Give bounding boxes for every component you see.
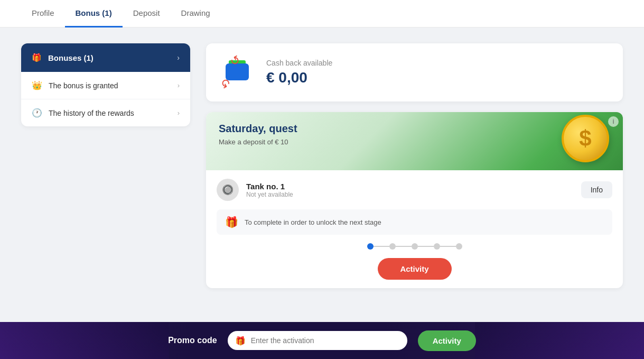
promo-banner: Promo code 🎁 Activity <box>0 322 644 359</box>
cashback-label: Cash back available <box>266 59 332 67</box>
quest-coin: $ <box>562 115 614 168</box>
cashback-card: ↺ ↺ Cash back available € 0,00 <box>206 43 623 102</box>
progress-line-1 <box>374 246 389 247</box>
progress-dot-5 <box>456 243 462 250</box>
cashback-info: Cash back available € 0,00 <box>266 59 332 86</box>
tank-name: Tank no. 1 <box>246 182 293 191</box>
promo-gift-icon: 🎁 <box>235 336 246 346</box>
tank-icon: 🔘 <box>217 179 239 201</box>
activity-button-quest[interactable]: Activity <box>378 258 452 280</box>
progress-line-3 <box>418 246 434 247</box>
tab-deposit[interactable]: Deposit <box>123 0 171 27</box>
progress-line-4 <box>440 246 456 247</box>
cashback-amount: € 0,00 <box>266 69 332 86</box>
top-nav: Profile Bonus (1) Deposit Drawing <box>0 0 644 27</box>
coin-circle: $ <box>562 115 609 162</box>
sidebar-reward-history-label: The history of the rewards <box>49 109 134 117</box>
chevron-right-icon-2: › <box>178 81 180 89</box>
promo-bg-art-left <box>0 322 169 359</box>
tab-bonus[interactable]: Bonus (1) <box>65 0 123 27</box>
sidebar-bonuses-header[interactable]: 🎁 Bonuses (1) › <box>21 43 190 72</box>
promo-activity-button[interactable]: Activity <box>418 330 476 351</box>
promo-bg-art-right <box>475 322 644 359</box>
complete-text: To complete in order to unlock the next … <box>245 218 381 226</box>
tab-drawing[interactable]: Drawing <box>171 0 221 27</box>
progress-dot-4 <box>434 243 440 250</box>
sidebar-item-bonus-granted[interactable]: 👑 The bonus is granted › <box>21 72 190 99</box>
progress-line-2 <box>396 246 412 247</box>
sidebar-bonus-granted-label: The bonus is granted <box>49 81 118 90</box>
main-layout: 🎁 Bonuses (1) › 👑 The bonus is granted ›… <box>0 27 644 304</box>
tab-profile[interactable]: Profile <box>21 0 65 27</box>
progress-dot-1 <box>367 243 374 250</box>
progress-dots <box>217 243 612 250</box>
progress-dot-3 <box>412 243 418 250</box>
complete-row: 🎁 To complete in order to unlock the nex… <box>217 209 612 235</box>
sidebar: 🎁 Bonuses (1) › 👑 The bonus is granted ›… <box>21 43 190 126</box>
sidebar-item-reward-history[interactable]: 🕐 The history of the rewards › <box>21 99 190 126</box>
sidebar-bonuses-header-left: 🎁 Bonuses (1) <box>32 53 94 62</box>
cashback-icon: ↺ ↺ <box>219 54 256 91</box>
quest-body: 🔘 Tank no. 1 Not yet available Info 🎁 To… <box>206 170 623 288</box>
quest-card: Saturday, quest Make a deposit of € 10 $… <box>206 112 623 288</box>
info-badge[interactable]: i <box>608 116 619 127</box>
content-area: ↺ ↺ Cash back available € 0,00 Saturday,… <box>206 43 623 288</box>
promo-input-wrap: 🎁 <box>228 331 407 350</box>
crown-icon: 👑 <box>32 80 42 90</box>
quest-title: Saturday, quest <box>219 123 297 135</box>
gift-icon-small: 🎁 <box>225 216 238 228</box>
clock-icon: 🕐 <box>32 108 42 118</box>
tank-info: Tank no. 1 Not yet available <box>246 182 293 198</box>
progress-dot-2 <box>389 243 396 250</box>
quest-subtitle: Make a deposit of € 10 <box>219 138 297 146</box>
tank-row: 🔘 Tank no. 1 Not yet available Info <box>217 179 612 201</box>
quest-title-area: Saturday, quest Make a deposit of € 10 <box>219 123 297 146</box>
gift-icon: 🎁 <box>32 53 42 62</box>
coin-symbol: $ <box>579 126 591 151</box>
tank-status: Not yet available <box>246 191 293 198</box>
chevron-right-icon: › <box>177 53 180 62</box>
tank-left: 🔘 Tank no. 1 Not yet available <box>217 179 293 201</box>
sidebar-bonuses-label: Bonuses (1) <box>48 53 94 62</box>
promo-input[interactable] <box>228 331 407 350</box>
info-button[interactable]: Info <box>581 181 612 198</box>
quest-header: Saturday, quest Make a deposit of € 10 $… <box>206 112 623 170</box>
chevron-right-icon-3: › <box>178 109 180 117</box>
promo-label: Promo code <box>168 336 217 345</box>
